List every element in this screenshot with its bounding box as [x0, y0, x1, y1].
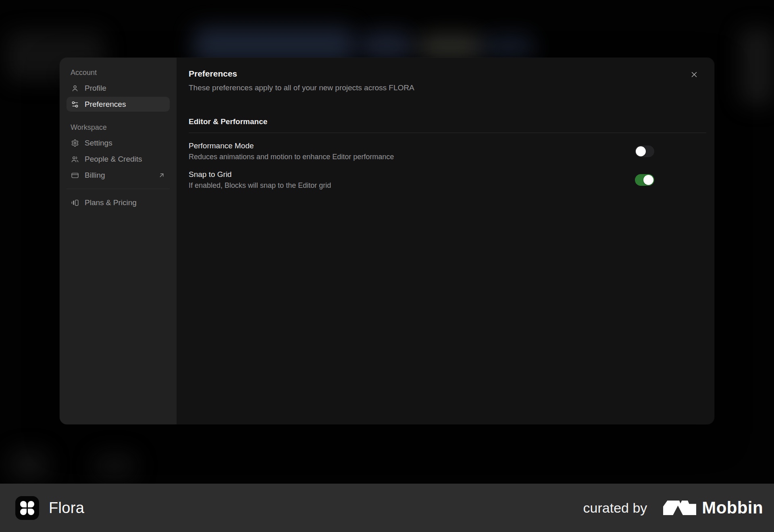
sidebar-divider [67, 189, 170, 189]
sidebar-item-label: Preferences [85, 100, 126, 109]
sidebar-item-label: Settings [85, 139, 112, 148]
setting-row-performance-mode: Performance Mode Reduces animations and … [189, 141, 706, 161]
curated-by-label: curated by [583, 500, 647, 516]
mobbin-m-icon [663, 497, 696, 518]
setting-description: If enabled, Blocks will snap to the Edit… [189, 181, 331, 190]
background-blur-blob [482, 35, 534, 60]
arrow-up-right-icon [158, 172, 165, 179]
sidebar-section-workspace: Workspace [71, 123, 170, 132]
background-blur-blob [94, 453, 136, 479]
snap-to-grid-toggle[interactable] [635, 174, 654, 186]
preferences-panel: Preferences These preferences apply to a… [177, 58, 714, 424]
settings-sidebar: Account Profile Preferences Workspace [60, 58, 177, 424]
sidebar-item-people-credits[interactable]: People & Credits [67, 152, 170, 166]
users-icon [71, 155, 79, 163]
setting-title: Performance Mode [189, 141, 394, 150]
sidebar-item-label: People & Credits [85, 155, 142, 164]
flora-flower-icon [20, 501, 34, 515]
sidebar-item-plans-pricing[interactable]: Plans & Pricing [67, 195, 170, 210]
sidebar-item-billing[interactable]: Billing [67, 168, 170, 183]
preferences-dialog: Account Profile Preferences Workspace [60, 58, 714, 424]
sliders-icon [71, 100, 79, 108]
background-blur-blob [10, 451, 48, 479]
gear-icon [71, 139, 79, 147]
background-blur-blob [418, 34, 483, 61]
section-divider [189, 133, 706, 133]
setting-text: Snap to Grid If enabled, Blocks will sna… [189, 170, 331, 190]
setting-description: Reduces animations and motion to enhance… [189, 152, 394, 161]
user-icon [71, 84, 79, 92]
sidebar-item-profile[interactable]: Profile [67, 81, 170, 96]
sidebar-item-label: Profile [85, 84, 106, 93]
setting-title: Snap to Grid [189, 170, 331, 179]
sidebar-item-settings[interactable]: Settings [67, 135, 170, 150]
credit-card-icon [71, 171, 79, 179]
flora-brand: Flora [15, 496, 84, 520]
performance-mode-toggle[interactable] [635, 145, 654, 157]
sidebar-item-label: Plans & Pricing [85, 198, 137, 207]
toggle-knob [643, 175, 653, 185]
attribution-footer: Flora curated by Mobbin [0, 484, 774, 532]
curated-by-credit: curated by Mobbin [583, 497, 763, 518]
background-blur-blob [361, 31, 413, 62]
plans-pricing-icon [71, 199, 79, 207]
flora-brand-name: Flora [49, 499, 84, 517]
background-blur-blob [740, 28, 774, 105]
page-subtitle: These preferences apply to all of your n… [189, 83, 706, 92]
close-button[interactable] [689, 69, 699, 80]
app-background: Account Profile Preferences Workspace [0, 0, 774, 532]
sidebar-item-label: Billing [85, 171, 105, 180]
flora-logo [15, 496, 39, 520]
sidebar-section-account: Account [71, 68, 170, 77]
close-icon [690, 70, 699, 79]
sidebar-item-preferences[interactable]: Preferences [67, 97, 170, 112]
setting-row-snap-to-grid: Snap to Grid If enabled, Blocks will sna… [189, 170, 706, 190]
mobbin-wordmark: Mobbin [702, 498, 763, 517]
setting-text: Performance Mode Reduces animations and … [189, 141, 394, 161]
toggle-knob [636, 146, 646, 156]
page-title: Preferences [189, 69, 706, 79]
section-title-editor-performance: Editor & Performance [189, 117, 706, 127]
